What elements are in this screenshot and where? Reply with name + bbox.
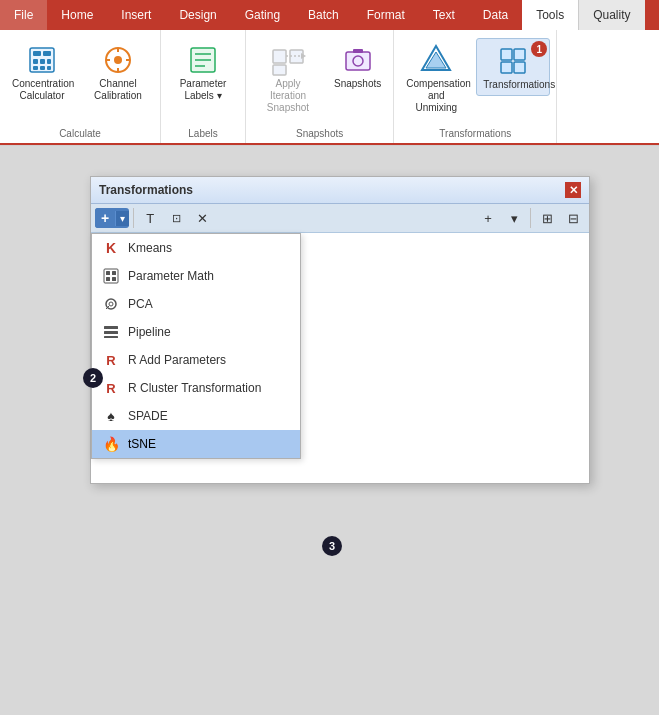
- channel-calibration-button[interactable]: Channel Calibration: [82, 38, 154, 106]
- concentration-calc-icon: [24, 42, 60, 78]
- svg-rect-4: [40, 59, 45, 64]
- parameter-labels-button[interactable]: Parameter Labels ▾: [167, 38, 239, 106]
- add-right-arrow[interactable]: ▾: [502, 207, 526, 229]
- menu-item-parameter-math[interactable]: Parameter Math: [92, 262, 300, 290]
- apply-iteration-label: Apply Iteration Snapshot: [258, 78, 318, 114]
- dialog-toolbar: + ▾ T ⊡ ✕ + ▾ ⊞ ⊟: [91, 204, 589, 233]
- tab-insert[interactable]: Insert: [107, 0, 165, 30]
- svg-rect-3: [33, 59, 38, 64]
- param-math-label: Parameter Math: [128, 269, 214, 283]
- svg-rect-1: [33, 51, 41, 56]
- add-right-button[interactable]: +: [476, 207, 500, 229]
- menu-item-r-cluster[interactable]: R R Cluster Transformation: [92, 374, 300, 402]
- transformations-label: Transformations: [483, 79, 543, 91]
- tab-file[interactable]: File: [0, 0, 47, 30]
- pca-icon: [102, 295, 120, 313]
- dropdown-menu: K Kmeans Parameter Math: [91, 233, 301, 459]
- compensation-icon: [418, 42, 454, 78]
- tab-text[interactable]: Text: [419, 0, 469, 30]
- transformations-icon: [495, 43, 531, 79]
- tab-batch[interactable]: Batch: [294, 0, 353, 30]
- param-labels-label: Parameter Labels ▾: [173, 78, 233, 102]
- svg-rect-30: [501, 62, 512, 73]
- svg-point-38: [109, 302, 113, 306]
- spade-icon: ♠: [102, 407, 120, 425]
- dialog-body: K Kmeans Parameter Math: [91, 233, 589, 483]
- svg-point-10: [114, 56, 122, 64]
- channel-cal-label: Channel Calibration: [88, 78, 148, 102]
- transformations-badge: 1: [531, 41, 547, 57]
- r-add-params-label: R Add Parameters: [128, 353, 226, 367]
- svg-rect-6: [33, 66, 38, 70]
- tab-gating[interactable]: Gating: [231, 0, 294, 30]
- list-view-button[interactable]: ⊟: [561, 207, 585, 229]
- add-dropdown-arrow[interactable]: ▾: [115, 211, 129, 226]
- dialog-close-button[interactable]: ✕: [565, 182, 581, 198]
- transformations-group-label: Transformations: [439, 128, 511, 141]
- tab-tools[interactable]: Tools: [522, 0, 578, 30]
- svg-rect-8: [47, 66, 51, 70]
- svg-rect-40: [104, 326, 118, 329]
- tab-data[interactable]: Data: [469, 0, 522, 30]
- r-add-params-icon: R: [102, 351, 120, 369]
- menu-item-pipeline[interactable]: Pipeline: [92, 318, 300, 346]
- tab-design[interactable]: Design: [165, 0, 230, 30]
- dialog-titlebar: Transformations ✕: [91, 177, 589, 204]
- svg-rect-36: [112, 277, 116, 281]
- add-icon: +: [95, 208, 115, 228]
- tab-home[interactable]: Home: [47, 0, 107, 30]
- menu-item-spade[interactable]: ♠ SPADE: [92, 402, 300, 430]
- snapshots-label: Snapshots: [334, 78, 381, 90]
- toolbar-divider-1: [133, 208, 134, 228]
- add-button[interactable]: + ▾: [95, 208, 129, 228]
- svg-rect-21: [273, 65, 286, 75]
- pipeline-icon: [102, 323, 120, 341]
- labels-group-label: Labels: [188, 128, 217, 141]
- delete-button[interactable]: ✕: [190, 207, 214, 229]
- kmeans-label: Kmeans: [128, 241, 172, 255]
- svg-rect-19: [273, 50, 286, 63]
- apply-iteration-button[interactable]: Apply Iteration Snapshot: [252, 38, 324, 118]
- transformations-dialog: Transformations ✕ + ▾ T ⊡ ✕ + ▾ ⊞ ⊟ K: [90, 176, 590, 484]
- tab-quality[interactable]: Quality: [578, 0, 644, 30]
- ribbon-group-snapshots: Apply Iteration Snapshot Snapshots Snaps…: [246, 30, 394, 143]
- menu-item-kmeans[interactable]: K Kmeans: [92, 234, 300, 262]
- snapshots-icon: [340, 42, 376, 78]
- snapshots-button[interactable]: Snapshots: [328, 38, 387, 94]
- param-labels-icon: [185, 42, 221, 78]
- main-area: 2 3 Transformations ✕ + ▾ T ⊡ ✕ + ▾ ⊞ ⊟: [0, 146, 659, 715]
- menu-item-tsne[interactable]: 🔥 tSNE: [92, 430, 300, 458]
- dialog-title: Transformations: [99, 183, 193, 197]
- step-3-badge: 3: [322, 536, 342, 556]
- ribbon-tabs: File Home Insert Design Gating Batch For…: [0, 0, 659, 30]
- r-cluster-icon: R: [102, 379, 120, 397]
- svg-rect-23: [346, 52, 370, 70]
- svg-rect-25: [353, 49, 363, 53]
- concentration-calculator-button[interactable]: Concentration Calculator: [6, 38, 78, 106]
- compensation-button[interactable]: Compensation and Unmixing: [400, 38, 472, 118]
- ribbon: File Home Insert Design Gating Batch For…: [0, 0, 659, 146]
- duplicate-button[interactable]: ⊡: [164, 207, 188, 229]
- svg-rect-28: [501, 49, 512, 60]
- menu-item-r-add-params[interactable]: R R Add Parameters: [92, 346, 300, 374]
- grid-view-button[interactable]: ⊞: [535, 207, 559, 229]
- calculate-group-label: Calculate: [59, 128, 101, 141]
- svg-rect-41: [104, 331, 118, 334]
- tsne-label: tSNE: [128, 437, 156, 451]
- svg-marker-27: [426, 52, 446, 68]
- pipeline-label: Pipeline: [128, 325, 171, 339]
- svg-rect-42: [104, 336, 118, 338]
- channel-cal-icon: [100, 42, 136, 78]
- svg-rect-2: [43, 51, 51, 56]
- ribbon-content: Concentration Calculator Channel C: [0, 30, 659, 145]
- step-2-badge: 2: [83, 368, 103, 388]
- edit-button[interactable]: T: [138, 207, 162, 229]
- tab-format[interactable]: Format: [353, 0, 419, 30]
- svg-rect-31: [514, 62, 525, 73]
- r-cluster-label: R Cluster Transformation: [128, 381, 261, 395]
- ribbon-group-transformations: Compensation and Unmixing 1 Transformati…: [394, 30, 557, 143]
- menu-item-pca[interactable]: PCA: [92, 290, 300, 318]
- ribbon-group-labels: Parameter Labels ▾ Labels: [161, 30, 246, 143]
- transformations-button[interactable]: 1 Transformations: [476, 38, 550, 96]
- kmeans-icon: K: [102, 239, 120, 257]
